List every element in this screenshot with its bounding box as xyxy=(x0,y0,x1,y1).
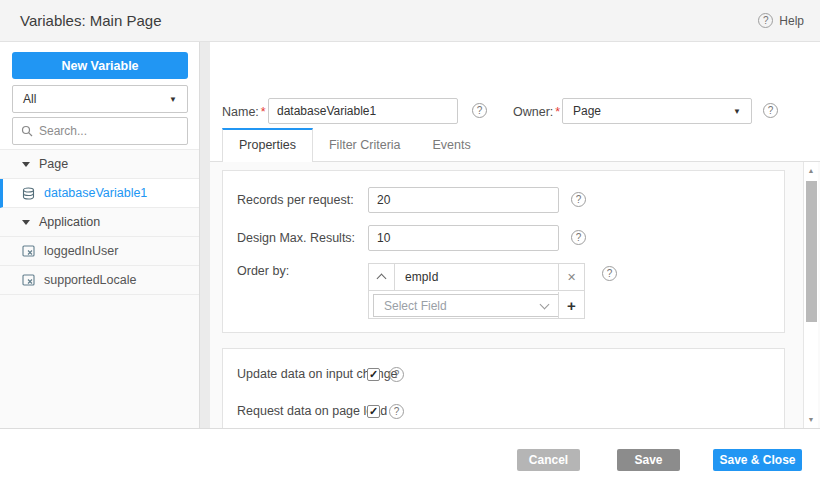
save-button[interactable]: Save xyxy=(617,449,680,471)
variable-tree: Page databaseVariable1 Application logge… xyxy=(0,149,199,428)
required-asterisk: * xyxy=(261,105,266,119)
tree-item-label: databaseVariable1 xyxy=(44,186,147,200)
question-circle-icon: ? xyxy=(758,13,773,28)
search-input[interactable] xyxy=(39,124,179,138)
static-variable-icon xyxy=(22,245,35,257)
scroll-up-icon[interactable]: ▲ xyxy=(804,167,818,174)
search-icon xyxy=(21,125,33,137)
order-by-label: Order by: xyxy=(237,264,289,278)
tab-filter-criteria[interactable]: Filter Criteria xyxy=(313,128,417,162)
variable-detail-header: Name:* ? Owner:* Page ▼ ? Type: Database… xyxy=(210,42,820,128)
select-field-placeholder: Select Field xyxy=(384,299,447,313)
properties-tab-content: Records per request: ? Design Max. Resul… xyxy=(210,162,820,428)
data-settings-panel: Records per request: ? Design Max. Resul… xyxy=(222,170,785,333)
scroll-down-icon[interactable]: ▼ xyxy=(804,416,818,423)
update-on-input-change-checkbox[interactable] xyxy=(367,368,380,381)
tree-item-loggedinuser[interactable]: loggedInUser xyxy=(0,237,199,266)
save-and-close-button[interactable]: Save & Close xyxy=(713,449,802,471)
variables-dialog: Variables: Main Page ? Help New Variable… xyxy=(0,0,820,490)
order-by-field-value[interactable]: empId xyxy=(395,270,558,284)
detail-tabs: Properties Filter Criteria Events xyxy=(210,128,820,162)
records-per-request-help-icon[interactable]: ? xyxy=(571,192,586,207)
request-on-page-load-checkbox[interactable] xyxy=(367,405,380,418)
filter-selected-value: All xyxy=(23,92,36,106)
dialog-footer: Cancel Save Save & Close xyxy=(0,428,820,490)
variable-filter-select[interactable]: All ▼ xyxy=(12,85,188,113)
tree-item-supportedlocale[interactable]: supportedLocale xyxy=(0,266,199,295)
records-per-request-input[interactable] xyxy=(368,187,559,213)
request-on-page-load-help-icon[interactable]: ? xyxy=(389,404,404,419)
caret-down-icon xyxy=(22,162,30,167)
required-asterisk: * xyxy=(555,105,560,119)
request-on-page-load-label: Request data on page load xyxy=(237,404,387,418)
tree-item-label: loggedInUser xyxy=(44,244,118,258)
add-order-field-button[interactable]: + xyxy=(558,292,584,318)
dropdown-arrow-icon: ▼ xyxy=(169,95,177,104)
design-max-results-label: Design Max. Results: xyxy=(237,231,355,245)
scrollbar-thumb[interactable] xyxy=(806,181,817,322)
chevron-down-icon xyxy=(540,299,550,309)
name-input[interactable] xyxy=(268,98,458,124)
static-variable-icon xyxy=(22,274,35,286)
help-label: Help xyxy=(779,14,804,28)
tree-group-label: Page xyxy=(39,157,68,171)
update-on-input-change-help-icon[interactable]: ? xyxy=(389,367,404,382)
name-help-icon[interactable]: ? xyxy=(472,103,487,118)
design-max-results-help-icon[interactable]: ? xyxy=(571,230,586,245)
name-label: Name:* xyxy=(222,105,266,119)
page-title: Variables: Main Page xyxy=(20,12,161,29)
variable-search xyxy=(12,117,188,145)
order-by-entry-row: empId xyxy=(369,264,584,291)
tab-properties[interactable]: Properties xyxy=(222,128,313,162)
tab-events[interactable]: Events xyxy=(417,128,487,162)
dialog-header: Variables: Main Page ? Help xyxy=(0,0,820,42)
remove-order-field-button[interactable]: ✕ xyxy=(558,264,584,291)
tree-group-application[interactable]: Application xyxy=(0,208,199,237)
new-variable-button[interactable]: New Variable xyxy=(12,52,188,79)
records-per-request-label: Records per request: xyxy=(237,193,354,207)
chevron-up-icon xyxy=(377,274,387,284)
caret-down-icon xyxy=(22,220,30,225)
content-scrollbar[interactable]: ▲ ▼ xyxy=(803,162,818,428)
database-variable-icon xyxy=(22,187,35,200)
variables-sidebar: New Variable All ▼ Page databaseVariable… xyxy=(0,42,200,428)
tree-group-label: Application xyxy=(39,215,100,229)
owner-help-icon[interactable]: ? xyxy=(763,103,778,118)
owner-label: Owner:* xyxy=(513,105,560,119)
behavior-settings-panel: Update data on input change ? Request da… xyxy=(222,348,785,429)
owner-select[interactable]: Page ▼ xyxy=(562,98,752,124)
order-by-widget: empId ✕ Select Field + xyxy=(368,263,585,319)
tree-group-page[interactable]: Page xyxy=(0,150,199,179)
help-button[interactable]: ? Help xyxy=(758,13,804,28)
select-field-dropdown[interactable]: Select Field xyxy=(373,294,559,317)
owner-selected-value: Page xyxy=(573,104,601,118)
cancel-button[interactable]: Cancel xyxy=(517,449,580,471)
dropdown-arrow-icon: ▼ xyxy=(733,107,741,116)
design-max-results-input[interactable] xyxy=(368,225,559,251)
order-by-help-icon[interactable]: ? xyxy=(602,266,617,281)
tree-item-databasevariable1[interactable]: databaseVariable1 xyxy=(0,179,199,208)
tree-item-label: supportedLocale xyxy=(44,273,136,287)
sort-direction-button[interactable] xyxy=(369,264,395,291)
